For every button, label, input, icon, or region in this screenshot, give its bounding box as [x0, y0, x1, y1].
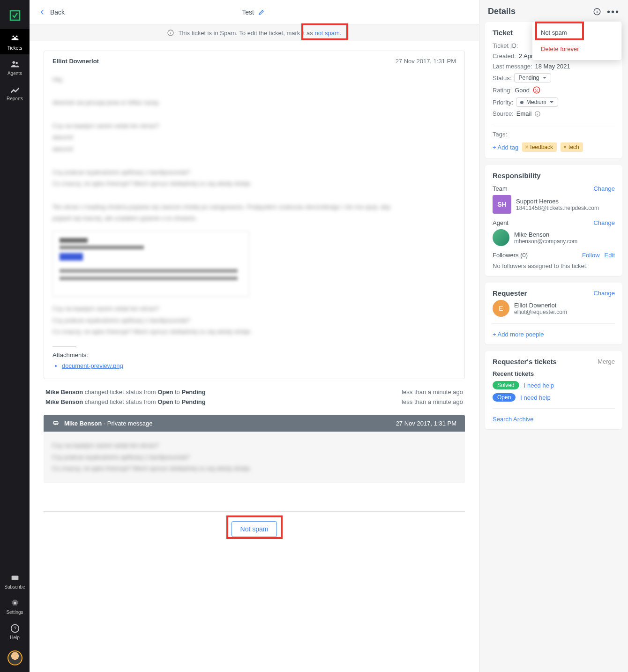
topbar: Back Test [30, 0, 479, 24]
requester-heading: Requester [493, 289, 527, 297]
status-change-row: Mike Benson changed ticket status from O… [44, 398, 465, 405]
status-badge: Solved [493, 381, 519, 389]
related-ticket-link[interactable]: I need help [520, 394, 550, 401]
followers-label: Followers (0) [493, 252, 528, 259]
sad-face-icon [532, 86, 541, 94]
redacted-image [52, 231, 249, 297]
requester-email: elliot@requester.com [514, 309, 567, 315]
info-icon [167, 29, 174, 37]
change-agent-button[interactable]: Change [593, 219, 615, 226]
svg-point-3 [15, 62, 18, 64]
ticket-id-label: Ticket ID: [493, 42, 518, 49]
status-badge: Open [493, 393, 516, 402]
tags-label: Tags: [493, 131, 507, 138]
svg-point-10 [533, 87, 540, 93]
redacted-text: Csy na kaadym razem widal ten ekran? Csy… [52, 440, 456, 475]
private-author: Mike Benson [64, 420, 102, 427]
rating-label: Rating: [493, 87, 512, 94]
requester-name: Elliot Downerlot [514, 302, 567, 309]
created-label: Created: [493, 52, 516, 60]
private-message-card: Mike Benson - Private message 27 Nov 201… [44, 415, 465, 483]
responsibility-heading: Responsibility [493, 172, 615, 179]
nav-tickets-label: Tickets [0, 45, 30, 51]
add-tag-button[interactable]: + Add tag [493, 144, 518, 151]
info-icon[interactable] [534, 111, 541, 117]
source-label: Source: [493, 110, 514, 117]
incognito-icon [52, 419, 60, 427]
app-logo [8, 8, 22, 22]
not-spam-button[interactable]: Not spam [232, 521, 277, 537]
chevron-down-icon [542, 75, 547, 80]
agent-email: mbenson@company.com [514, 238, 577, 245]
status-change-time: less than a minute ago [402, 388, 463, 396]
private-date: 27 Nov 2017, 1:31 PM [396, 420, 456, 427]
attachment-link[interactable]: document-preview.png [62, 362, 456, 369]
nav-tickets[interactable]: Tickets [0, 29, 30, 54]
svg-point-1 [15, 36, 17, 37]
info-icon[interactable] [593, 7, 601, 16]
change-requester-button[interactable]: Change [593, 290, 615, 297]
nav-help[interactable]: ? Help [0, 619, 30, 644]
details-title: Details [488, 7, 516, 16]
team-name: Support Heroes [516, 198, 599, 205]
priority-label: Priority: [493, 99, 513, 106]
svg-point-12 [538, 89, 538, 90]
req-tickets-heading: Requester's tickets [493, 358, 557, 366]
status-select[interactable]: Pending [514, 73, 551, 82]
back-button[interactable]: Back [38, 8, 65, 16]
change-team-button[interactable]: Change [593, 185, 615, 192]
add-people-button[interactable]: + Add more poeple [493, 331, 544, 338]
ticket-title: Test [242, 8, 254, 16]
svg-text:?: ? [14, 626, 16, 631]
not-spam-inline-link[interactable]: not spam. [314, 30, 341, 37]
nav-settings-label: Settings [0, 610, 30, 615]
nav-agents[interactable]: Agents [0, 54, 30, 80]
svg-point-11 [535, 89, 536, 90]
current-user-avatar[interactable] [7, 650, 22, 665]
svg-point-2 [12, 61, 15, 64]
requester-tickets-panel: Requester's tickets Merge Recent tickets… [485, 351, 622, 429]
remove-tag-icon[interactable]: × [525, 144, 528, 150]
lastmsg-value: 18 May 2021 [535, 63, 570, 70]
spam-banner: This ticket is in Spam. To edit the tick… [30, 24, 479, 41]
status-label: Status: [493, 75, 511, 82]
more-menu-popover: Not spam Delete forever [532, 22, 621, 60]
edit-title-icon[interactable] [258, 8, 265, 16]
menu-delete-forever[interactable]: Delete forever [532, 41, 621, 57]
private-suffix: - Private message [102, 420, 152, 427]
message-date: 27 Nov 2017, 1:31 PM [396, 58, 456, 65]
spam-banner-text: This ticket is in Spam. To edit the tick… [178, 30, 314, 37]
chevron-down-icon [549, 100, 554, 105]
more-menu-button[interactable]: ••• [607, 7, 620, 16]
responsibility-panel: Responsibility Team Change SH Support He… [485, 165, 622, 276]
message-author: Elliot Downerlot [52, 58, 99, 65]
agent-label: Agent [493, 219, 508, 226]
search-archive-link[interactable]: Search Archive [493, 416, 533, 423]
nav-help-label: Help [0, 635, 30, 640]
attachments-label: Attachments: [52, 351, 456, 358]
nav-reports[interactable]: Reports [0, 80, 30, 105]
priority-select[interactable]: Medium [516, 97, 558, 107]
requester-avatar: E [493, 300, 509, 317]
team-avatar: SH [493, 195, 511, 214]
redacted-text: Hej, dewnisk sia janusja jesia or kilfas… [52, 74, 456, 224]
rating-value: Good [515, 87, 530, 94]
tag-chip[interactable]: ×feedback [522, 142, 557, 152]
follow-button[interactable]: Follow [582, 252, 600, 259]
agent-name: Mike Benson [514, 231, 577, 238]
svg-point-0 [12, 36, 14, 37]
remove-tag-icon[interactable]: × [563, 144, 567, 150]
team-email: 18411458@tickets.helpdesk.com [516, 205, 599, 211]
tag-chip[interactable]: ×tech [561, 142, 583, 152]
recent-tickets-label: Recent tickets [493, 370, 615, 377]
related-ticket-link[interactable]: I need help [524, 382, 554, 389]
menu-not-spam[interactable]: Not spam [532, 24, 621, 41]
status-change-time: less than a minute ago [402, 398, 463, 405]
related-ticket-row: Solved I need help [493, 381, 615, 389]
nav-subscribe-label: Subscribe [0, 584, 30, 590]
nav-reports-label: Reports [0, 96, 30, 101]
nav-subscribe[interactable]: Subscribe [0, 568, 30, 593]
nav-settings[interactable]: Settings [0, 593, 30, 619]
merge-button[interactable]: Merge [598, 358, 615, 365]
edit-followers-button[interactable]: Edit [605, 252, 615, 259]
